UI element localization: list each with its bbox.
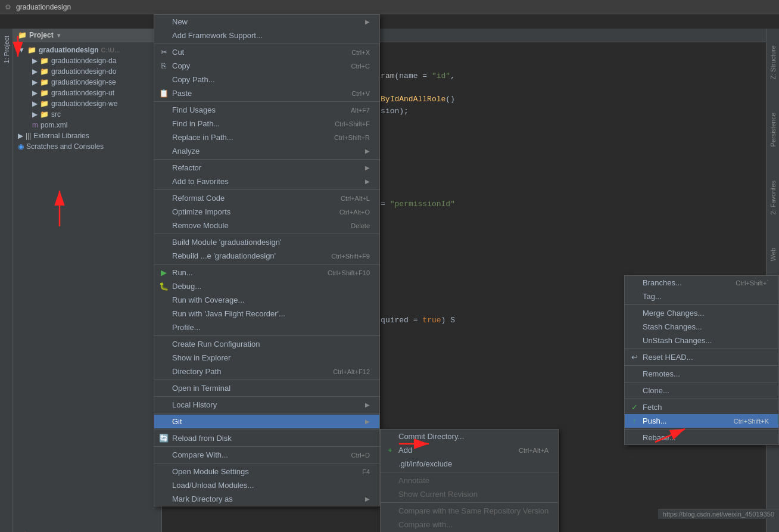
project-header-arrow: ▼ [56, 32, 62, 39]
structure-tab[interactable]: Z: Structure [768, 41, 778, 84]
local-history-arrow: ▶ [365, 402, 370, 408]
repo-merge[interactable]: Merge Changes... [625, 306, 778, 320]
repo-tag[interactable]: Tag... [625, 290, 778, 303]
root-folder-icon: 📁 [27, 46, 36, 54]
menu-item-build-module[interactable]: Build Module 'graduationdesign' [154, 235, 379, 249]
menu-item-add-favorites[interactable]: Add to Favorites ▶ [154, 175, 379, 188]
menu-item-analyze[interactable]: Analyze ▶ [154, 144, 379, 158]
folder-icon: 📁 [18, 31, 27, 39]
menu-item-reformat[interactable]: Reformat Code Ctrl+Alt+L [154, 191, 379, 205]
root-arrow-icon: ▼ [18, 46, 25, 54]
menu-item-compare[interactable]: Compare With... Ctrl+D [154, 448, 379, 462]
module-icon-4: 📁 [40, 99, 49, 108]
menu-item-open-terminal[interactable]: Open in Terminal [154, 381, 379, 395]
menu-item-local-history[interactable]: Local History ▶ [154, 398, 379, 412]
menu-item-profile[interactable]: Profile... [154, 321, 379, 334]
repo-stash[interactable]: Stash Changes... [625, 320, 778, 334]
repo-remotes[interactable]: Remotes... [625, 367, 778, 381]
repo-push[interactable]: ↑ Push... Ctrl+Shift+K [625, 414, 778, 428]
menu-item-debug[interactable]: 🐛Debug... [154, 279, 379, 293]
persistence-tab[interactable]: Persistence [768, 108, 778, 151]
repo-fetch[interactable]: ✓ Fetch [625, 400, 778, 414]
repo-sep-3 [625, 365, 778, 366]
module-arrow-3: ▶ [32, 89, 38, 97]
menu-item-copy-path[interactable]: Copy Path... [154, 73, 379, 86]
git-sep-2 [381, 502, 558, 503]
menu-item-mark-dir[interactable]: Mark Directory as ▶ [154, 492, 379, 506]
menu-item-module-settings[interactable]: Open Module Settings F4 [154, 465, 379, 478]
tree-item-3[interactable]: ▶ 📁 graduationdesign-ut [13, 88, 161, 98]
repo-sep-4 [625, 382, 778, 382]
menu-item-show-explorer[interactable]: Show in Explorer [154, 351, 379, 365]
menu-item-paste[interactable]: 📋Paste Ctrl+V [154, 86, 379, 100]
sep-5 [154, 234, 379, 234]
git-sep-1 [381, 472, 558, 472]
tree-item-scratches[interactable]: ◉ Scratches and Consoles [13, 141, 161, 152]
refactor-arrow: ▶ [365, 164, 370, 171]
repo-clone[interactable]: Clone... [625, 384, 778, 397]
git-commit-dir[interactable]: Commit Directory... [381, 430, 558, 443]
ext-lib-arrow: ▶ [18, 132, 23, 140]
project-tab[interactable]: 1: Project [2, 31, 11, 68]
repo-sep-2 [625, 349, 778, 349]
menu-item-find-usages[interactable]: Find Usages Alt+F7 [154, 103, 379, 117]
tree-item-label-8: Scratches and Consoles [26, 142, 104, 151]
git-arrow: ▶ [365, 418, 370, 425]
tree-item-label-1: graduationdesign-do [51, 67, 116, 76]
tree-item-7[interactable]: ▶ ||| External Libraries [13, 130, 161, 141]
module-icon-3: 📁 [40, 89, 49, 97]
menu-item-load-modules[interactable]: Load/Unload Modules... [154, 478, 379, 492]
menu-item-refactor[interactable]: Refactor ▶ [154, 161, 379, 175]
menu-item-reload[interactable]: 🔄Reload from Disk [154, 431, 379, 445]
git-gitinfo[interactable]: .git/info/exclude [381, 457, 558, 471]
repo-unstash[interactable]: UnStash Changes... [625, 334, 778, 347]
git-add[interactable]: +Add Ctrl+Alt+A [381, 443, 558, 457]
menu-item-run[interactable]: ▶Run... Ctrl+Shift+F10 [154, 266, 379, 279]
repo-rebase[interactable]: Rebase... [625, 431, 778, 444]
menu-item-copy[interactable]: ⎘Copy Ctrl+C [154, 59, 379, 73]
root-project-label: graduationdesign [39, 46, 99, 54]
root-project-item[interactable]: ▼ 📁 graduationdesign C:\U... [13, 45, 161, 55]
tree-item-1[interactable]: ▶ 📁 graduationdesign-do [13, 66, 161, 77]
web-tab[interactable]: Web [768, 243, 778, 266]
menu-item-remove-module[interactable]: Remove Module Delete [154, 219, 379, 232]
git-compare-same: Compare with the Same Repository Version [381, 504, 558, 518]
menu-item-create-run-config[interactable]: Create Run Configuration [154, 337, 379, 351]
new-submenu-arrow: ▶ [365, 18, 370, 25]
project-header[interactable]: 📁 Project ▼ [13, 29, 161, 42]
menu-item-rebuild[interactable]: Rebuild ...e 'graduationdesign' Ctrl+Shi… [154, 249, 379, 263]
tree-item-2[interactable]: ▶ 📁 graduationdesign-se [13, 77, 161, 88]
sep-8 [154, 379, 379, 380]
pom-icon: m [32, 121, 38, 129]
sep-11 [154, 430, 379, 430]
menu-item-cut[interactable]: ✂Cut Ctrl+X [154, 45, 379, 59]
menu-item-optimize-imports[interactable]: Optimize Imports Ctrl+Alt+O [154, 205, 379, 219]
git-compare-with: Compare with... [381, 518, 558, 531]
title-text: graduationdesign [16, 3, 71, 11]
analyze-arrow: ▶ [365, 148, 370, 154]
favorites-tab[interactable]: 2: Favorites [768, 176, 778, 219]
menu-item-git[interactable]: Git ▶ [154, 415, 379, 428]
git-show-current: Show Current Revision [381, 487, 558, 501]
repo-branches[interactable]: Branches... Ctrl+Shift+` [625, 276, 778, 290]
menu-item-coverage[interactable]: Run with Coverage... [154, 293, 379, 307]
project-panel: 📁 Project ▼ ▼ 📁 graduationdesign C:\U...… [13, 29, 162, 532]
scratch-icon: ◉ [18, 142, 24, 151]
tree-item-0[interactable]: ▶ 📁 graduationdesign-da [13, 55, 161, 66]
module-arrow-2: ▶ [32, 78, 38, 86]
tree-item-6[interactable]: m pom.xml [13, 120, 161, 130]
repo-reset-head[interactable]: ↩Reset HEAD... [625, 350, 778, 364]
cut-icon: ✂ [159, 48, 169, 57]
project-tree: ▼ 📁 graduationdesign C:\U... ▶ 📁 graduat… [13, 42, 161, 526]
tree-item-5[interactable]: ▶ 📁 src [13, 109, 161, 120]
menu-item-flight-recorder[interactable]: Run with 'Java Flight Recorder'... [154, 307, 379, 321]
menu-item-add-framework[interactable]: Add Framework Support... [154, 29, 379, 42]
menu-item-dir-path[interactable]: Directory Path Ctrl+Alt+F12 [154, 365, 379, 378]
left-vertical-tabs: 1: Project [0, 29, 13, 532]
root-project-path: C:\U... [101, 46, 120, 54]
tree-item-label-2: graduationdesign-se [51, 78, 116, 86]
tree-item-4[interactable]: ▶ 📁 graduationdesign-we [13, 98, 161, 109]
menu-item-new[interactable]: New ▶ [154, 15, 379, 29]
menu-item-replace-in-path[interactable]: Replace in Path... Ctrl+Shift+R [154, 130, 379, 144]
menu-item-find-in-path[interactable]: Find in Path... Ctrl+Shift+F [154, 117, 379, 130]
